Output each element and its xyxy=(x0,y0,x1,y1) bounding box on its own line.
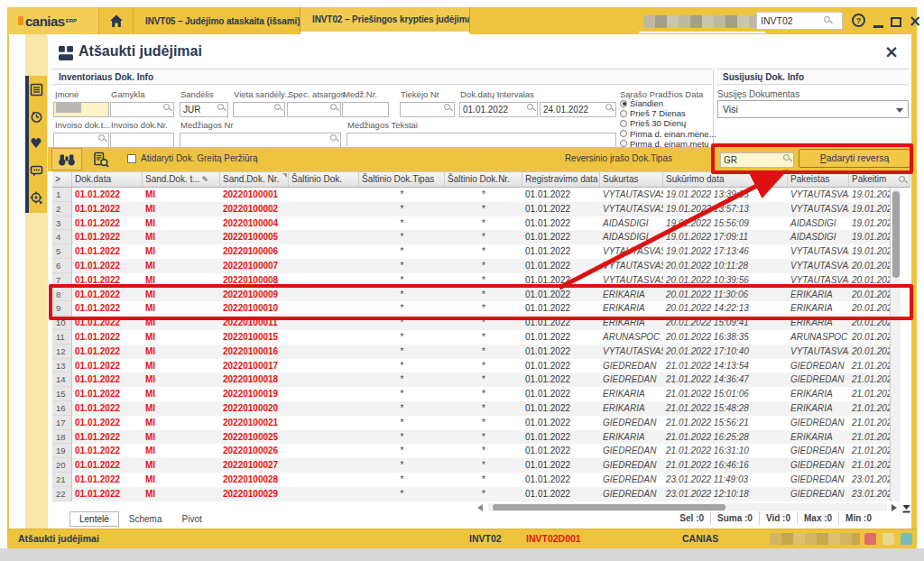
stat-item: Sel :0 xyxy=(673,511,710,525)
spec-atsargos-field[interactable] xyxy=(287,100,341,116)
horizontal-scrollbar-thumb[interactable] xyxy=(493,504,725,510)
quick-view-button[interactable] xyxy=(86,148,116,170)
table-cell xyxy=(289,372,359,387)
vertical-scrollbar-thumb[interactable] xyxy=(892,191,900,278)
medziagos-nr-field[interactable] xyxy=(180,131,341,147)
module-search-box[interactable] xyxy=(756,12,843,30)
status-teal-icon[interactable] xyxy=(901,533,912,545)
column-header[interactable]: Sand.Dok. t...✎ xyxy=(143,172,220,187)
column-header[interactable]: > xyxy=(52,172,72,187)
table-row[interactable]: 1601.01.2022MI20220100020**01.01.2022ERI… xyxy=(52,401,890,416)
table-row[interactable]: 1201.01.2022MI20220100016**01.01.2022VYT… xyxy=(52,345,890,359)
table-row[interactable]: 1301.01.2022MI20220100017**01.01.2022GIE… xyxy=(52,359,890,373)
column-header[interactable]: Pakeistas xyxy=(788,172,849,187)
page-title: Atšaukti judėjimai xyxy=(79,43,202,60)
invoiso-tipas-field[interactable] xyxy=(53,131,109,147)
help-button[interactable]: ? xyxy=(852,14,865,27)
table-row[interactable]: 2201.01.2022MI20220100029**01.01.2022GIE… xyxy=(52,487,890,501)
column-header[interactable]: Dok.data xyxy=(72,172,143,187)
table-row[interactable]: 601.01.2022MI20220100007**01.01.2022VYTA… xyxy=(52,259,890,273)
table-cell: * xyxy=(445,487,522,501)
table-cell: VYTAUTASVAS xyxy=(600,345,663,359)
make-reverse-button[interactable]: Padaryti reversą xyxy=(799,149,910,168)
dialog-close-icon[interactable]: × xyxy=(884,41,899,61)
view-tab-bar: LentelėSchemaPivot xyxy=(69,511,212,527)
reversal-type-field[interactable] xyxy=(720,151,794,167)
medziagos-tekstai-field[interactable] xyxy=(346,131,616,147)
maximize-button[interactable] xyxy=(891,17,901,27)
radio-option[interactable]: Prieš 7 Dienas xyxy=(620,108,712,118)
menu-list-icon[interactable] xyxy=(30,83,44,97)
medz-nr-field[interactable] xyxy=(342,100,389,116)
susijes-select[interactable]: Visi xyxy=(717,100,909,118)
date-from-field[interactable] xyxy=(459,100,538,116)
radio-option[interactable]: Prieš 30 Dienų xyxy=(620,118,712,128)
column-header[interactable]: Registravimo data xyxy=(522,172,600,187)
date-to-field[interactable] xyxy=(540,100,616,116)
column-header[interactable]: Sukurtas xyxy=(600,172,663,187)
close-window-button[interactable]: × xyxy=(908,11,922,31)
minimize-button[interactable] xyxy=(873,25,883,28)
table-cell xyxy=(289,330,359,345)
table-row[interactable]: 801.01.2022MI20220100009**01.01.2022ERIK… xyxy=(52,288,890,302)
history-icon[interactable] xyxy=(30,110,44,124)
table-cell: MI xyxy=(143,487,220,501)
table-row[interactable]: 2001.01.2022MI20220100027**01.01.2022GIE… xyxy=(52,458,890,473)
table-row[interactable]: 1401.01.2022MI20220100018**01.01.2022GIE… xyxy=(52,372,890,387)
hscroll-left-arrow[interactable] xyxy=(477,504,483,511)
column-header[interactable]: Sukūrimo data xyxy=(663,172,788,187)
table-cell: * xyxy=(445,259,522,273)
view-tab[interactable]: Lentelė xyxy=(69,511,119,527)
table-row[interactable]: 901.01.2022MI20220100010**01.01.2022ERIK… xyxy=(52,301,890,316)
table-row[interactable]: 1701.01.2022MI20220100021**01.01.2022GIE… xyxy=(52,416,890,430)
vertical-scrollbar[interactable] xyxy=(890,188,901,501)
module-tab-invt05[interactable]: INVT05 – Judėjimo ataskaita (išsami) xyxy=(134,7,300,34)
search-binoculars-button[interactable] xyxy=(51,148,82,170)
table-row[interactable]: 101.01.2022MI20220100001**01.01.2022VYTA… xyxy=(52,188,890,202)
vieta-field[interactable] xyxy=(233,100,285,116)
horizontal-scrollbar[interactable] xyxy=(488,503,887,511)
module-search-input[interactable] xyxy=(761,15,824,26)
invoiso-nr-label: Invoiso dok.Nr. xyxy=(111,120,168,130)
radio-option[interactable]: Šiandien xyxy=(620,98,712,108)
module-tab-invt02[interactable]: INVT02 – Priešingos krypties judėjimai xyxy=(300,7,470,34)
column-header[interactable]: Sand.Dok. Nr. xyxy=(220,172,289,187)
quick-view-checkbox[interactable] xyxy=(127,154,136,163)
target-icon[interactable] xyxy=(30,191,44,206)
table-row[interactable]: 201.01.2022MI20220100002**01.01.2022VYTA… xyxy=(52,202,890,216)
table-row[interactable]: 1901.01.2022MI20220100026**01.01.2022GIE… xyxy=(52,444,890,458)
table-row[interactable]: 1501.01.2022MI20220100019**01.01.2022ERI… xyxy=(52,387,890,401)
invoiso-nr-field[interactable] xyxy=(110,131,174,147)
favorites-heart-icon[interactable]: ♥ xyxy=(30,136,44,151)
tiekejo-field[interactable] xyxy=(400,100,455,116)
view-tab[interactable]: Pivot xyxy=(172,511,212,527)
table-row[interactable]: 1101.01.2022MI20220100015**01.01.2022ARU… xyxy=(52,330,890,345)
table-row[interactable]: 701.01.2022MI20220100008**01.01.2022VYTA… xyxy=(52,273,890,288)
table-cell: VYTAUTASVAS xyxy=(600,273,663,288)
table-cell: MI xyxy=(143,401,220,416)
column-header[interactable]: Pakeitim xyxy=(849,172,910,187)
status-dim-icon[interactable] xyxy=(882,533,894,545)
imone-field[interactable] xyxy=(53,100,109,116)
column-header[interactable]: Šaltinio Dok. xyxy=(289,172,359,187)
table-cell: MI xyxy=(143,288,220,302)
table-row[interactable]: 501.01.2022MI20220100006**01.01.2022VYTA… xyxy=(52,244,890,259)
gamykla-field[interactable] xyxy=(110,100,174,116)
table-row[interactable]: 1001.01.2022MI20220100011**01.01.2022ERI… xyxy=(52,316,890,330)
status-red-icon[interactable] xyxy=(864,533,876,545)
table-row[interactable]: 301.01.2022MI20220100004**01.01.2022AIDA… xyxy=(52,216,890,231)
chat-icon[interactable] xyxy=(30,164,44,179)
column-header[interactable]: Šaltinio Dok.Nr. xyxy=(445,172,522,187)
column-header[interactable]: Šaltinio Dok.Tipas xyxy=(359,172,445,187)
table-row[interactable]: 1801.01.2022MI20220100025**01.01.2022ERI… xyxy=(52,430,890,445)
sandelis-field[interactable] xyxy=(180,100,228,116)
gamykla-label: Gamykla xyxy=(111,89,144,99)
table-row[interactable]: 401.01.2022MI20220100005**01.01.2022AIDA… xyxy=(52,230,890,244)
table-cell: 20220100004 xyxy=(220,216,289,231)
home-button[interactable] xyxy=(99,7,134,34)
view-tab[interactable]: Schema xyxy=(119,511,172,527)
table-row[interactable]: 2101.01.2022MI20220100028**01.01.2022GIE… xyxy=(52,473,890,487)
radio-option[interactable]: Pirma d. einan.mėne... xyxy=(620,129,712,139)
scroll-to-end-icon[interactable] xyxy=(901,501,911,518)
hscroll-right-arrow[interactable] xyxy=(892,504,897,511)
